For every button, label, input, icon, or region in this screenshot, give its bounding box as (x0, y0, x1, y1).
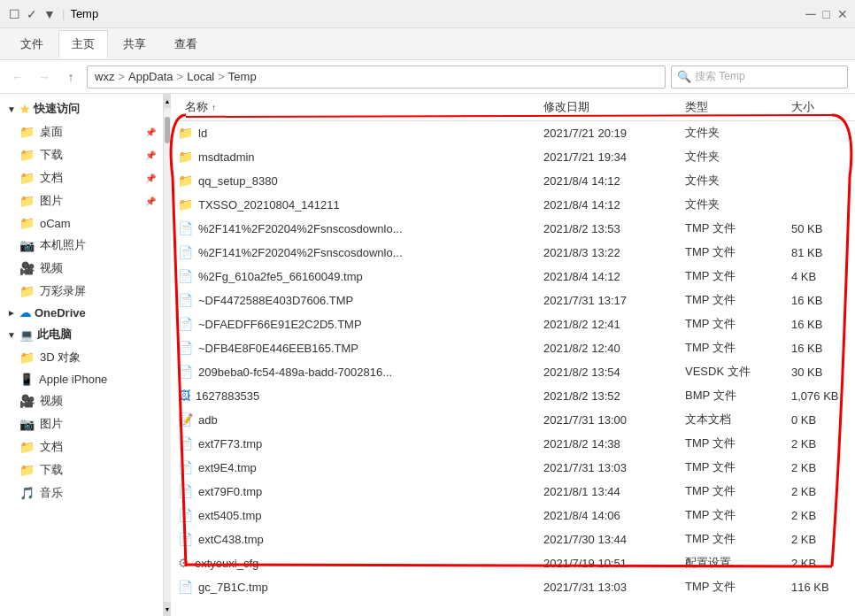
sidebar-item-apple-iphone[interactable]: 📱 Apple iPhone (0, 369, 163, 389)
wancai-folder-icon: 📁 (19, 284, 35, 298)
file-type: 文件夹 (685, 125, 720, 141)
col-type[interactable]: 类型 (678, 97, 784, 117)
sidebar-item-documents[interactable]: 📁 文档 📌 (0, 166, 163, 189)
file-name: ~DF4472588E403D7606.TMP (198, 294, 353, 307)
file-icon: 📁 (178, 126, 193, 140)
sidebar-item-pc-pictures[interactable]: 📷 图片 (0, 412, 163, 435)
file-size-cell: 4 KB (784, 266, 855, 286)
sidebar-item-pc-video[interactable]: 🎥 视频 (0, 389, 163, 412)
table-row[interactable]: 📄 ~DFB4E8F0E446EEB165.TMP 2021/8/2 12:40… (171, 336, 855, 360)
back-button[interactable]: ← (7, 66, 28, 88)
table-row[interactable]: 📄 ext79F0.tmp 2021/8/1 13:44 TMP 文件 2 KB (171, 480, 855, 504)
file-date: 2021/8/2 14:38 (543, 437, 620, 450)
table-row[interactable]: 📝 adb 2021/7/31 13:00 文本文档 0 KB (171, 408, 855, 432)
table-row[interactable]: 📄 %2F141%2F20204%2Fsnscosdownlo... 2021/… (171, 241, 855, 265)
table-row[interactable]: 📄 ~DFAEDFF66E91E2C2D5.TMP 2021/8/2 12:41… (171, 312, 855, 336)
file-type: TMP 文件 (685, 579, 736, 595)
scroll-up-arrow[interactable]: ▲ (164, 94, 171, 108)
sidebar-item-local-photos[interactable]: 📷 本机照片 (0, 234, 163, 257)
path-segment-4[interactable]: Temp (228, 70, 257, 83)
sidebar-section-quick-access[interactable]: ▼ ★ 快速访问 (0, 97, 163, 120)
up-button[interactable]: ↑ (60, 66, 81, 88)
scroll-down-arrow[interactable]: ▼ (164, 602, 171, 616)
sidebar-item-video[interactable]: 🎥 视频 (0, 257, 163, 280)
path-segment-2[interactable]: AppData (128, 70, 173, 83)
file-date-cell: 2021/7/30 13:44 (536, 529, 678, 549)
minimize-button[interactable]: ─ (805, 6, 815, 22)
file-name-cell: 📁 TXSSO_20210804_141211 (171, 195, 536, 214)
file-date: 2021/8/4 14:12 (543, 198, 620, 212)
sidebar-item-ocam[interactable]: 📁 oCam (0, 212, 163, 234)
table-row[interactable]: 📄 ext5405.tmp 2021/8/4 14:06 TMP 文件 2 KB (171, 504, 855, 527)
sidebar-item-pc-docs[interactable]: 📁 文档 (0, 435, 163, 458)
sidebar-item-downloads[interactable]: 📁 下载 📌 (0, 143, 163, 166)
sidebar-item-wancai[interactable]: 📁 万彩录屏 (0, 280, 163, 303)
file-name-cell: 📄 ~DFB4E8F0E446EEB165.TMP (171, 338, 536, 358)
table-row[interactable]: 📄 %2Fg_610a2fe5_66160049.tmp 2021/8/4 14… (171, 265, 855, 289)
table-row[interactable]: ⚙ extyouxi_cfg 2021/7/19 10:51 配置设置 2 KB (171, 551, 855, 575)
file-type-cell: 配置设置 (678, 553, 784, 573)
table-row[interactable]: 📁 TXSSO_20210804_141211 2021/8/4 14:12 文… (171, 193, 855, 217)
sidebar-item-desktop[interactable]: 📁 桌面 📌 (0, 120, 163, 143)
file-name: ext79F0.tmp (198, 485, 262, 498)
file-date-cell: 2021/8/1 13:44 (536, 481, 678, 501)
file-name: gc_7B1C.tmp (198, 581, 268, 594)
file-icon: 📄 (178, 508, 193, 522)
file-type-cell: 文件夹 (678, 123, 784, 142)
file-size-cell: 0 KB (784, 410, 855, 429)
title-bar: ☐ ✓ ▼ | Temp ─ □ ✕ (0, 0, 855, 28)
file-size: 2 KB (791, 485, 816, 498)
table-row[interactable]: 📁 ld 2021/7/21 20:19 文件夹 (171, 121, 855, 145)
ocam-folder-icon: 📁 (19, 216, 35, 230)
file-list-scroll: 名称 ↑ 修改日期 类型 大小 📁 ld (171, 94, 855, 616)
tab-home[interactable]: 主页 (58, 30, 108, 58)
col-date[interactable]: 修改日期 (536, 97, 678, 117)
file-type: TMP 文件 (685, 435, 736, 451)
file-date: 2021/8/4 14:06 (543, 509, 620, 522)
sidebar-item-pc-downloads[interactable]: 📁 下载 (0, 458, 163, 481)
sidebar-section-onedrive[interactable]: ► ☁ OneDrive (0, 303, 163, 323)
sidebar-item-music[interactable]: 🎵 音乐 (0, 481, 163, 504)
video-folder-icon: 🎥 (19, 261, 35, 275)
table-row[interactable]: 📄 209beba0-fc54-489a-badd-7002816... 202… (171, 360, 855, 384)
sidebar-section-this-pc[interactable]: ▼ 💻 此电脑 (0, 323, 163, 346)
path-segment-3[interactable]: Local (187, 70, 214, 83)
file-date-cell: 2021/8/3 13:22 (536, 243, 678, 262)
table-row[interactable]: 📁 msdtadmin 2021/7/21 19:34 文件夹 (171, 145, 855, 169)
sidebar-item-3d[interactable]: 📁 3D 对象 (0, 346, 163, 369)
file-type-cell: TMP 文件 (678, 529, 784, 549)
table-row[interactable]: 📄 ~DF4472588E403D7606.TMP 2021/7/31 13:1… (171, 289, 855, 312)
pictures-label: 图片 (40, 193, 63, 209)
file-icon: 📄 (178, 269, 193, 283)
tab-file[interactable]: 文件 (7, 30, 57, 58)
table-row[interactable]: 📄 %2F141%2F20204%2Fsnscosdownlo... 2021/… (171, 217, 855, 241)
file-name: TXSSO_20210804_141211 (198, 198, 340, 212)
table-row[interactable]: 📄 extC438.tmp 2021/7/30 13:44 TMP 文件 2 K… (171, 527, 855, 551)
address-bar: ← → ↑ wxz > AppData > Local > Temp 🔍 搜索 … (0, 60, 855, 94)
file-icon: 📄 (178, 317, 193, 331)
file-icon: 📁 (178, 173, 193, 188)
file-size-cell: 1,076 KB (784, 386, 855, 405)
table-row[interactable]: 📄 ext7F73.tmp 2021/8/2 14:38 TMP 文件 2 KB (171, 432, 855, 456)
search-box[interactable]: 🔍 搜索 Temp (671, 65, 848, 89)
forward-button[interactable]: → (34, 66, 55, 88)
sidebar-item-pictures[interactable]: 📁 图片 📌 (0, 189, 163, 212)
file-size-cell: 30 KB (784, 362, 855, 381)
col-name[interactable]: 名称 ↑ (178, 97, 536, 117)
desktop-pin-icon: 📌 (145, 127, 156, 137)
file-type: TMP 文件 (685, 268, 736, 284)
table-row[interactable]: 📄 gc_7B1C.tmp 2021/7/31 13:03 TMP 文件 116… (171, 575, 855, 599)
col-size[interactable]: 大小 (784, 97, 855, 117)
onedrive-arrow: ► (7, 308, 16, 318)
maximize-button[interactable]: □ (823, 7, 830, 21)
tab-share[interactable]: 共享 (110, 30, 159, 58)
close-button[interactable]: ✕ (837, 7, 848, 21)
file-date: 2021/7/19 10:51 (543, 557, 627, 570)
tab-view[interactable]: 查看 (161, 30, 211, 58)
path-segment-1[interactable]: wxz (95, 70, 114, 83)
table-row[interactable]: 📁 qq_setup_8380 2021/8/4 14:12 文件夹 (171, 169, 855, 193)
file-date: 2021/8/2 13:54 (543, 366, 620, 379)
table-row[interactable]: 🖼 1627883535 2021/8/2 13:52 BMP 文件 1,076… (171, 384, 855, 408)
address-path[interactable]: wxz > AppData > Local > Temp (87, 65, 666, 89)
table-row[interactable]: 📄 ext9E4.tmp 2021/7/31 13:03 TMP 文件 2 KB (171, 456, 855, 480)
